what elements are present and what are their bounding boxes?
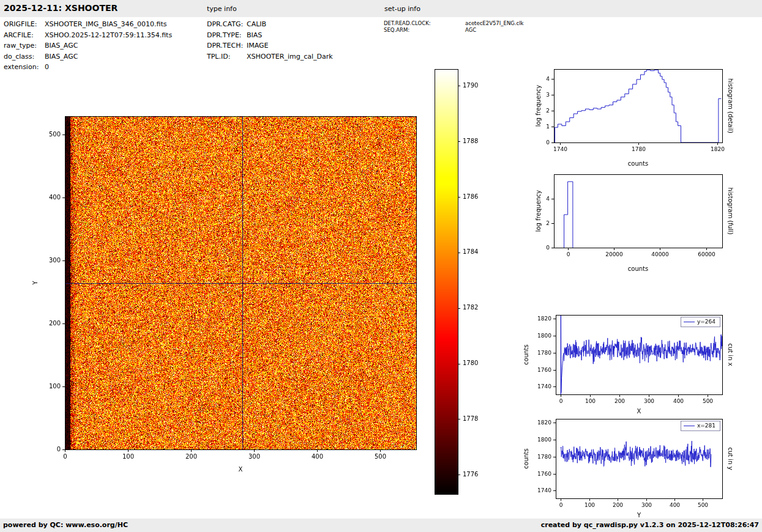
page-title: 2025-12-11: XSHOOTER <box>4 3 118 13</box>
meta-value: CALIB <box>247 19 266 30</box>
meta-row-dprtype: DPR.TYPE:BIAS <box>207 30 333 41</box>
meta-value: XSHOO.2025-12-12T07:59:11.354.fits <box>45 30 172 41</box>
meta-value: acetecE2V57I_ENG.clk <box>465 20 524 27</box>
meta-row-rawtype: raw_type:BIAS_AGC <box>4 40 172 51</box>
histogram-full-plot <box>520 169 747 273</box>
meta-label: raw_type: <box>4 40 45 51</box>
meta-row-arcfile: ARCFILE:XSHOO.2025-12-12T07:59:11.354.fi… <box>4 30 172 41</box>
meta-label: ARCFILE: <box>4 30 45 41</box>
meta-label: DPR.TYPE: <box>207 30 247 41</box>
colorbar <box>428 64 499 504</box>
meta-row-seqarm: SEQ.ARM:AGC <box>384 27 524 34</box>
meta-value: XSHOOTER_IMG_BIAS_346_0010.fits <box>45 19 166 30</box>
meta-label: DPR.TECH: <box>207 40 247 51</box>
meta-label: ORIGFILE: <box>4 19 45 30</box>
meta-value: BIAS <box>247 30 262 41</box>
header-bar: 2025-12-11: XSHOOTER type info set-up in… <box>0 0 762 17</box>
setup-info-heading: set-up info <box>384 5 420 13</box>
footer-bar: powered by QC: www.eso.org/HC created by… <box>0 519 762 532</box>
histogram-detail-plot <box>520 64 747 168</box>
cut-in-y-plot <box>520 413 747 520</box>
footer-powered-by: powered by QC: www.eso.org/HC <box>3 521 128 529</box>
setup-info-block: DET.READ.CLOCK:acetecE2V57I_ENG.clk SEQ.… <box>384 20 524 34</box>
meta-value: BIAS_AGC <box>45 40 78 51</box>
meta-value: AGC <box>465 27 476 34</box>
meta-label: DET.READ.CLOCK: <box>384 20 465 27</box>
meta-row-readclock: DET.READ.CLOCK:acetecE2V57I_ENG.clk <box>384 20 524 27</box>
footer-created-by: created by qc_rawdisp.py v1.2.3 on 2025-… <box>541 521 759 529</box>
bias-image-heatmap <box>18 58 447 486</box>
meta-value: IMAGE <box>247 40 269 51</box>
type-info-block: DPR.CATG:CALIB DPR.TYPE:BIAS DPR.TECH:IM… <box>207 19 333 62</box>
type-info-heading: type info <box>207 5 237 13</box>
meta-row-origfile: ORIGFILE:XSHOOTER_IMG_BIAS_346_0010.fits <box>4 19 172 30</box>
meta-label: DPR.CATG: <box>207 19 247 30</box>
meta-label: SEQ.ARM: <box>384 27 465 34</box>
meta-row-dprcatg: DPR.CATG:CALIB <box>207 19 333 30</box>
meta-row-dprtech: DPR.TECH:IMAGE <box>207 40 333 51</box>
cut-in-x-plot <box>520 309 747 416</box>
